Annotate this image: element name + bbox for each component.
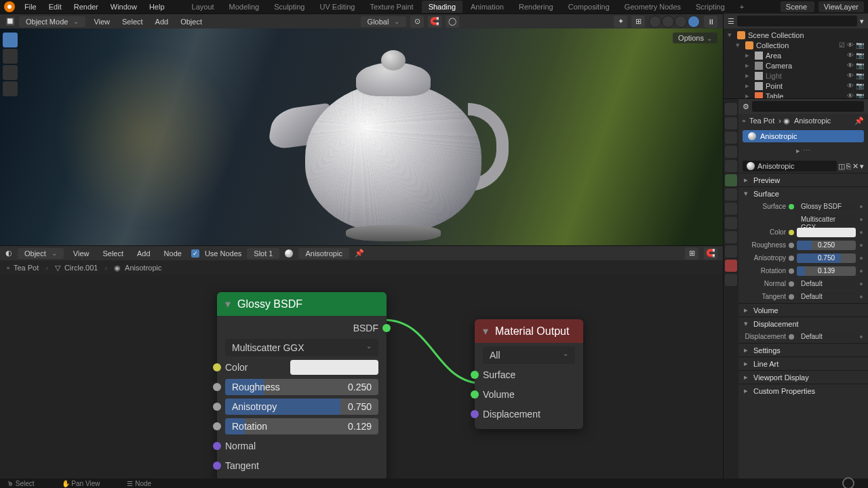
panel-preview[interactable]: Preview xyxy=(738,174,868,186)
panel-surface[interactable]: Surface xyxy=(738,187,868,200)
mat-browse-icon[interactable]: ◫ xyxy=(838,162,845,171)
out-light[interactable]: ▸Light👁 📷 xyxy=(726,70,865,81)
color-swatch[interactable] xyxy=(290,360,378,375)
menu-render[interactable]: Render xyxy=(68,1,104,13)
ptab-output-icon[interactable] xyxy=(725,117,737,129)
material-name-field[interactable]: Anisotropic xyxy=(743,161,837,171)
slot-expand[interactable]: ▸ ⋯ xyxy=(738,145,868,157)
node-canvas[interactable]: Glossy BSDF BSDF Multiscatter GGX Color … xyxy=(0,275,723,479)
out-table[interactable]: ▸Table👁 📷 xyxy=(726,91,865,99)
ned-snap-icon[interactable]: 🧲 xyxy=(704,247,717,260)
material-name-field[interactable]: Anisotropic xyxy=(298,248,349,259)
menu-help[interactable]: Help xyxy=(144,1,170,13)
out-camera[interactable]: ▸Camera👁 📷 xyxy=(726,60,865,70)
prop-disp-val[interactable]: Default xyxy=(797,332,856,342)
menu-edit[interactable]: Edit xyxy=(43,1,67,13)
ned-menu-view[interactable]: View xyxy=(69,248,94,259)
mat-unlink-icon[interactable]: ✕ xyxy=(852,162,859,171)
pin-icon[interactable]: 📌 xyxy=(355,249,364,258)
panel-lineart[interactable]: Line Art xyxy=(738,357,868,370)
socket-aniso-in[interactable] xyxy=(213,403,221,411)
node-glossy-bsdf[interactable]: Glossy BSDF BSDF Multiscatter GGX Color … xyxy=(217,292,387,479)
vp-menu-view[interactable]: View xyxy=(90,16,114,27)
out-collection[interactable]: ▾Collection☑ 👁 📷 xyxy=(726,40,865,50)
mode-dropdown[interactable]: Object Mode xyxy=(19,16,85,27)
overlay-icon[interactable]: ⊞ xyxy=(631,16,645,28)
ptab-constraint-icon[interactable] xyxy=(725,231,737,243)
anisotropy-field[interactable]: Anisotropy0.750 xyxy=(225,399,378,415)
ned-menu-node[interactable]: Node xyxy=(160,248,186,259)
ptab-scene-icon[interactable] xyxy=(725,146,737,158)
prop-aniso-val[interactable]: 0.750 xyxy=(797,253,856,263)
socket-normal-in[interactable] xyxy=(213,442,221,450)
crumb-data[interactable]: ▽ Circle.001 xyxy=(55,264,98,272)
panel-custom[interactable]: Custom Properties xyxy=(738,384,868,397)
tab-modeling[interactable]: Modeling xyxy=(222,1,267,13)
ptab-texture-icon[interactable] xyxy=(725,274,737,286)
use-nodes-checkbox[interactable]: ✓ xyxy=(191,249,199,258)
ptab-object-icon[interactable] xyxy=(725,174,737,186)
node-material-output[interactable]: Material Output All Surface Volume Displ… xyxy=(475,319,583,429)
prop-normal-val[interactable]: Default xyxy=(797,279,856,289)
out-scene-collection[interactable]: ▾Scene Collection xyxy=(726,30,865,40)
rotation-field[interactable]: Rotation0.129 xyxy=(225,418,378,434)
gizmo-icon[interactable]: ✦ xyxy=(614,16,627,28)
prop-rot-val[interactable]: 0.139 xyxy=(797,266,856,276)
filter-icon[interactable]: ▾ xyxy=(860,17,864,26)
props-type-icon[interactable]: ⚙ xyxy=(743,102,749,111)
prop-color-val[interactable] xyxy=(797,228,856,237)
shade-solid-icon[interactable] xyxy=(662,16,674,28)
shade-matprev-icon[interactable] xyxy=(675,16,687,28)
ptab-physics-icon[interactable] xyxy=(725,217,737,229)
tool-move-icon[interactable] xyxy=(3,65,18,80)
target-dropdown[interactable]: All xyxy=(483,346,575,364)
ned-menu-add[interactable]: Add xyxy=(133,248,155,259)
panel-displacement[interactable]: Displacement xyxy=(738,317,868,330)
3d-viewport[interactable]: Options xyxy=(0,28,723,245)
viewlayer-field[interactable]: ViewLayer xyxy=(818,1,864,12)
tab-add[interactable]: + xyxy=(733,1,751,13)
tool-select-icon[interactable] xyxy=(3,33,18,47)
tab-animation[interactable]: Animation xyxy=(464,1,511,13)
crumb-object[interactable]: ▫ Tea Pot xyxy=(7,264,39,272)
material-slot[interactable]: Slot 1 xyxy=(247,248,279,259)
panel-vpdisplay[interactable]: Viewport Display xyxy=(738,371,868,384)
distribution-dropdown[interactable]: Multiscatter GGX xyxy=(225,339,378,357)
ned-overlay-icon[interactable]: ⊞ xyxy=(685,247,698,260)
socket-color-in[interactable] xyxy=(213,363,221,371)
ptab-modifier-icon[interactable] xyxy=(725,188,737,201)
socket-bsdf-out[interactable] xyxy=(382,324,391,332)
shade-rendered-icon[interactable] xyxy=(688,16,700,28)
out-point[interactable]: ▸Point👁 📷 xyxy=(726,81,865,91)
shade-wire-icon[interactable] xyxy=(649,16,661,28)
snap-icon[interactable]: 🧲 xyxy=(428,16,441,28)
prop-dist[interactable]: Multiscatter GGX xyxy=(797,215,856,224)
viewport-options[interactable]: Options xyxy=(673,33,717,43)
socket-surface-in[interactable] xyxy=(471,371,479,379)
mat-new-icon[interactable]: ▾ xyxy=(860,162,864,171)
material-slot-list[interactable]: Anisotropic xyxy=(743,130,864,142)
pivot-icon[interactable]: ⊙ xyxy=(410,16,424,28)
prop-surface-val[interactable]: Glossy BSDF xyxy=(797,202,856,211)
prop-rough-val[interactable]: 0.250 xyxy=(797,241,856,250)
tab-sculpting[interactable]: Sculpting xyxy=(267,1,311,13)
tab-scripting[interactable]: Scripting xyxy=(689,1,732,13)
tab-rendering[interactable]: Rendering xyxy=(512,1,560,13)
proportional-icon[interactable]: ◯ xyxy=(446,16,459,28)
ptab-render-icon[interactable] xyxy=(725,103,737,115)
ptab-world-icon[interactable] xyxy=(725,160,737,172)
transform-orientation[interactable]: Global xyxy=(361,16,407,27)
socket-rotation-in[interactable] xyxy=(213,422,221,430)
prop-tangent-val[interactable]: Default xyxy=(797,292,856,302)
socket-tangent-in[interactable] xyxy=(213,462,221,470)
ptab-particle-icon[interactable] xyxy=(725,203,737,215)
socket-disp-in[interactable] xyxy=(471,410,479,418)
out-area[interactable]: ▸Area👁 📷 xyxy=(726,50,865,60)
tab-uv[interactable]: UV Editing xyxy=(313,1,361,13)
vp-menu-select[interactable]: Select xyxy=(118,16,147,27)
tab-compositing[interactable]: Compositing xyxy=(561,1,616,13)
scene-field[interactable]: Scene xyxy=(781,1,814,12)
tab-geonodes[interactable]: Geometry Nodes xyxy=(618,1,688,13)
socket-volume-in[interactable] xyxy=(471,390,479,399)
mat-copy-icon[interactable]: ⎘ xyxy=(846,162,851,170)
